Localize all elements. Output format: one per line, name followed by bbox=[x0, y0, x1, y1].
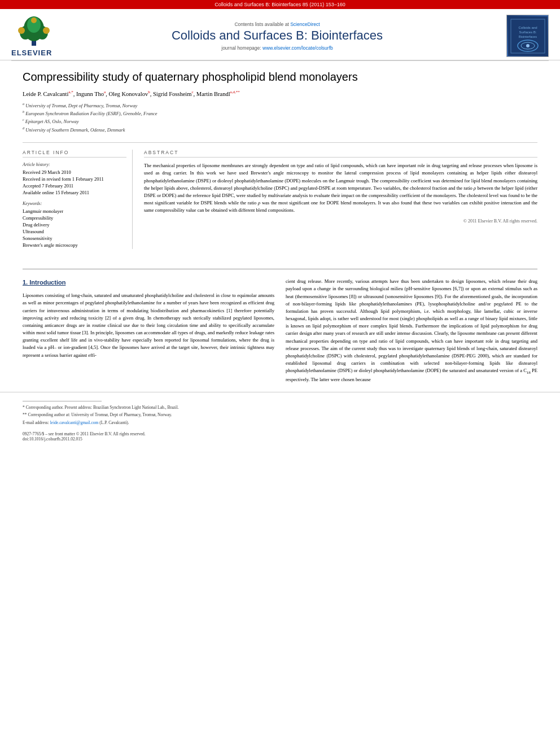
doi-text: doi:10.1016/j.colsurfb.2011.02.015 bbox=[23, 436, 82, 442]
keyword-0: Langmuir monolayer bbox=[23, 208, 126, 214]
journal-title: Colloids and Surfaces B: Biointerfaces bbox=[56, 28, 498, 43]
history-online: Available online 15 February 2011 bbox=[23, 190, 126, 195]
issn-text: 0927-7765/$ – see front matter © 2011 El… bbox=[23, 431, 146, 436]
journal-header-center: Contents lists available at ScienceDirec… bbox=[56, 21, 498, 51]
footnote-email: E-mail address: leide.cavalcanti@gmail.c… bbox=[23, 420, 537, 426]
history-revised: Received in revised form 1 February 2011 bbox=[23, 176, 126, 182]
article-title: Compressibility study of quaternary phos… bbox=[23, 69, 537, 84]
authors-line: Leide P. Cavalcantia,*, Ingunn Thoa, Ole… bbox=[23, 90, 537, 97]
intro-left-text: Liposomes consisting of long-chain, satu… bbox=[23, 292, 274, 359]
article-info-label: ARTICLE INFO bbox=[23, 150, 126, 158]
svg-text:Colloids and: Colloids and bbox=[518, 26, 537, 29]
abstract-label: ABSTRACT bbox=[144, 150, 537, 158]
elsevier-name-text: ELSEVIER bbox=[11, 49, 52, 57]
journal-logo-box: Colloids and Surfaces B: Biointerfaces bbox=[498, 15, 549, 57]
footnote-double-star: ** Corresponding author at: University o… bbox=[23, 412, 537, 418]
svg-point-6 bbox=[43, 27, 50, 34]
elsevier-tree-icon bbox=[11, 15, 56, 49]
journal-citation-bar: Colloids and Surfaces B: Biointerfaces 8… bbox=[0, 0, 560, 9]
svg-point-7 bbox=[31, 18, 37, 23]
history-label: Article history: bbox=[23, 162, 126, 167]
journal-header: ELSEVIER Contents lists available at Sci… bbox=[0, 9, 560, 60]
keyword-5: Brewster's angle microscopy bbox=[23, 242, 126, 248]
section-divider bbox=[23, 269, 537, 269]
intro-left-col: 1. Introduction Liposomes consisting of … bbox=[23, 278, 274, 383]
journal-homepage-line: journal homepage: www.elsevier.com/locat… bbox=[56, 45, 498, 51]
journal-citation-text: Colloids and Surfaces B: Biointerfaces 8… bbox=[215, 2, 345, 7]
history-received: Received 29 March 2010 bbox=[23, 169, 126, 175]
svg-text:Biointerfaces: Biointerfaces bbox=[519, 35, 537, 38]
sciencedirect-link[interactable]: ScienceDirect bbox=[290, 21, 320, 27]
journal-cover-icon: Colloids and Surfaces B: Biointerfaces bbox=[508, 16, 548, 56]
keyword-4: Sonosensitivity bbox=[23, 235, 126, 241]
journal-logo-image: Colloids and Surfaces B: Biointerfaces bbox=[506, 15, 549, 57]
sciencedirect-availability: Contents lists available at ScienceDirec… bbox=[56, 21, 498, 27]
copyright-text: © 2011 Elsevier B.V. All rights reserved… bbox=[144, 219, 537, 224]
affiliations: a University of Tromsø, Dept of Pharmacy… bbox=[23, 102, 537, 134]
intro-right-col: cient drug release. More recently, vario… bbox=[286, 278, 537, 383]
info-abstract-section: ARTICLE INFO Article history: Received 2… bbox=[23, 142, 537, 249]
history-accepted: Accepted 7 February 2011 bbox=[23, 183, 126, 189]
elsevier-logo: ELSEVIER bbox=[11, 15, 56, 57]
keyword-3: Ultrasound bbox=[23, 229, 126, 234]
footnote-star: * Corresponding author. Present address:… bbox=[23, 404, 537, 410]
article-content: Compressibility study of quaternary phos… bbox=[0, 61, 560, 260]
abstract-col: ABSTRACT The mechanical properties of li… bbox=[144, 150, 537, 249]
intro-right-text: cient drug release. More recently, vario… bbox=[286, 278, 537, 383]
footnote-divider bbox=[23, 401, 102, 401]
keywords-label: Keywords: bbox=[23, 201, 126, 206]
svg-text:Surfaces B:: Surfaces B: bbox=[519, 30, 536, 34]
introduction-heading: 1. Introduction bbox=[23, 278, 274, 287]
keyword-2: Drug delivery bbox=[23, 222, 126, 228]
abstract-text: The mechanical properties of liposome me… bbox=[144, 162, 537, 214]
doi-line: 0927-7765/$ – see front matter © 2011 El… bbox=[0, 430, 560, 446]
introduction-section: 1. Introduction Liposomes consisting of … bbox=[0, 278, 560, 383]
article-info-col: ARTICLE INFO Article history: Received 2… bbox=[23, 150, 133, 249]
footnote-email-link[interactable]: leide.cavalcanti@gmail.com bbox=[50, 420, 99, 425]
journal-homepage-link[interactable]: www.elsevier.com/locate/colsurfb bbox=[262, 45, 333, 51]
keyword-1: Compressibility bbox=[23, 215, 126, 221]
svg-point-5 bbox=[18, 27, 25, 34]
svg-point-15 bbox=[526, 44, 530, 47]
footnote-area: * Corresponding author. Present address:… bbox=[0, 392, 560, 430]
